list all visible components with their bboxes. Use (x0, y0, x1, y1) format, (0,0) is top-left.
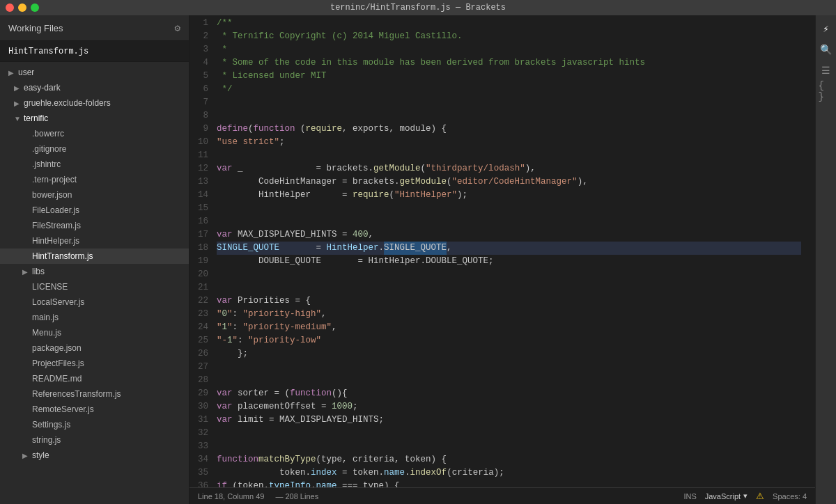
language-label: JavaScript (705, 492, 741, 501)
code-line-12: var _ = brackets.getModule("thirdparty/l… (217, 162, 801, 175)
close-button[interactable] (6, 3, 14, 12)
line-num-1: 1 (198, 17, 208, 30)
tree-item-libs[interactable]: ▶ libs (0, 264, 189, 279)
tree-label-package: package.json (32, 343, 82, 353)
line-num-22: 22 (198, 294, 208, 308)
tree-label-libs: libs (32, 267, 45, 276)
code-line-18: SINGLE_QUOTE = HintHelper.SINGLE_QUOTE, (217, 242, 801, 255)
line-num-14: 14 (198, 189, 208, 202)
code-line-14: HintHelper = require("HintHelper"); (217, 189, 801, 202)
ins-mode: INS (683, 492, 696, 501)
line-num-13: 13 (198, 175, 208, 189)
titlebar: terninc/HintTransform.js — Brackets (0, 0, 836, 15)
code-line-2: * Ternific Copyright (c) 2014 Miguel Cas… (217, 30, 801, 43)
live-preview-button[interactable]: ⚡ (819, 21, 834, 36)
tree-label-menu: Menu.js (32, 328, 61, 338)
tree-item-user[interactable]: ▶ user (0, 65, 189, 80)
tree-item-gitignore[interactable]: .gitignore (0, 141, 189, 157)
line-num-5: 5 (198, 70, 208, 83)
maximize-button[interactable] (31, 3, 39, 12)
line-num-15: 15 (198, 202, 208, 215)
code-line-28 (217, 374, 801, 387)
tree-item-string[interactable]: string.js (0, 432, 189, 448)
tree-label-style: style (32, 450, 49, 460)
line-num-3: 3 (198, 43, 208, 56)
line-count-status: — 208 Lines (275, 492, 318, 501)
search-button[interactable]: 🔍 (819, 42, 834, 57)
tree-item-gruehle.exclude-folders[interactable]: ▶ gruehle.exclude-folders (0, 95, 189, 111)
line-num-12: 12 (198, 162, 208, 175)
tree-item-hinttransform[interactable]: HintTransform.js (0, 249, 189, 264)
line-num-6: 6 (198, 83, 208, 96)
line-num-27: 27 (198, 361, 208, 374)
code-line-24: "1": "priority-medium", (217, 321, 801, 334)
tree-label-remoteserver: RemoteServer.js (32, 404, 94, 414)
line-num-23: 23 (198, 308, 208, 321)
editor: 1234567891011121314151617181920212223242… (189, 15, 815, 504)
line-num-18: 18 (198, 242, 208, 255)
tree-item-jshintrc[interactable]: .jshintrc (0, 157, 189, 172)
tree-item-easy-dark[interactable]: ▶ easy-dark (0, 80, 189, 95)
list-button[interactable]: ☰ (819, 63, 834, 78)
tree-label-ternific: ternific (24, 113, 48, 123)
brackets-logo[interactable]: { } (819, 84, 834, 99)
tree-label-projectfiles: ProjectFiles.js (32, 359, 84, 368)
line-num-35: 35 (198, 466, 208, 480)
sidebar-header: Working Files ⚙ (0, 15, 189, 41)
tree-item-package[interactable]: package.json (0, 340, 189, 356)
line-num-34: 34 (198, 453, 208, 466)
tree-label-filestream: FileStream.js (32, 221, 81, 230)
line-numbers: 1234567891011121314151617181920212223242… (189, 15, 217, 487)
tree-item-settings[interactable]: Settings.js (0, 417, 189, 432)
tree-item-localserver[interactable]: LocalServer.js (0, 294, 189, 310)
tree-item-style[interactable]: ▶ style (0, 448, 189, 463)
tree-item-main[interactable]: main.js (0, 310, 189, 325)
tree-item-license[interactable]: LICENSE (0, 279, 189, 294)
tree-item-filestream[interactable]: FileStream.js (0, 218, 189, 233)
code-line-7 (217, 96, 801, 109)
tree-item-fileloader[interactable]: FileLoader.js (0, 203, 189, 218)
main-layout: Working Files ⚙ HintTransform.js ▶ user▶… (0, 15, 836, 504)
tree-arrow-style: ▶ (22, 452, 29, 459)
right-toolbar: ⚡ 🔍 ☰ { } (815, 15, 836, 504)
language-selector[interactable]: JavaScript ▾ (705, 491, 748, 501)
window-controls[interactable] (6, 3, 39, 12)
chevron-down-icon: ▾ (743, 491, 748, 501)
tree-item-projectfiles[interactable]: ProjectFiles.js (0, 356, 189, 371)
minimize-button[interactable] (18, 3, 26, 12)
tree-label-jshintrc: .jshintrc (32, 159, 61, 169)
tree-label-bowerrc: .bowerrc (32, 129, 64, 139)
tree-label-settings: Settings.js (32, 420, 70, 430)
status-right: INS JavaScript ▾ ⚠ Spaces: 4 (683, 491, 807, 501)
tree-item-bower-json[interactable]: bower.json (0, 187, 189, 203)
line-num-28: 28 (198, 374, 208, 387)
tree-item-menu[interactable]: Menu.js (0, 325, 189, 340)
code-line-4: * Some of the code in this module has be… (217, 56, 801, 70)
tree-label-main: main.js (32, 313, 59, 322)
tree-item-ternific[interactable]: ▼ ternific (0, 111, 189, 126)
code-line-30: var placementOffset = 1000; (217, 400, 801, 414)
code-line-15 (217, 202, 801, 215)
code-area[interactable]: 1234567891011121314151617181920212223242… (189, 15, 815, 487)
code-line-13: CodeHintManager = brackets.getModule("ed… (217, 175, 801, 189)
code-line-29: var sorter = (function(){ (217, 387, 801, 400)
code-content[interactable]: /** * Ternific Copyright (c) 2014 Miguel… (217, 15, 815, 487)
tree-item-bowerrc[interactable]: .bowerrc (0, 126, 189, 141)
code-line-31: var limit = MAX_DISPLAYED_HINTS; (217, 414, 801, 427)
tree-label-gruehle.exclude-folders: gruehle.exclude-folders (24, 98, 111, 108)
tree-item-hinthelper[interactable]: HintHelper.js (0, 233, 189, 249)
tree-arrow-ternific: ▼ (14, 115, 21, 123)
tree-item-tern-project[interactable]: .tern-project (0, 172, 189, 187)
tree-item-readme[interactable]: README.md (0, 371, 189, 386)
tree-item-referencestransform[interactable]: ReferencesTransform.js (0, 386, 189, 402)
line-num-31: 31 (198, 414, 208, 427)
active-file-tab[interactable]: HintTransform.js (0, 41, 189, 62)
line-num-25: 25 (198, 334, 208, 347)
line-num-33: 33 (198, 440, 208, 453)
gear-icon[interactable]: ⚙ (175, 22, 180, 34)
line-num-4: 4 (198, 56, 208, 70)
status-bar: Line 18, Column 49 — 208 Lines INS JavaS… (189, 487, 815, 504)
tree-item-remoteserver[interactable]: RemoteServer.js (0, 402, 189, 417)
code-line-23: "0": "priority-high", (217, 308, 801, 321)
code-line-32 (217, 427, 801, 440)
